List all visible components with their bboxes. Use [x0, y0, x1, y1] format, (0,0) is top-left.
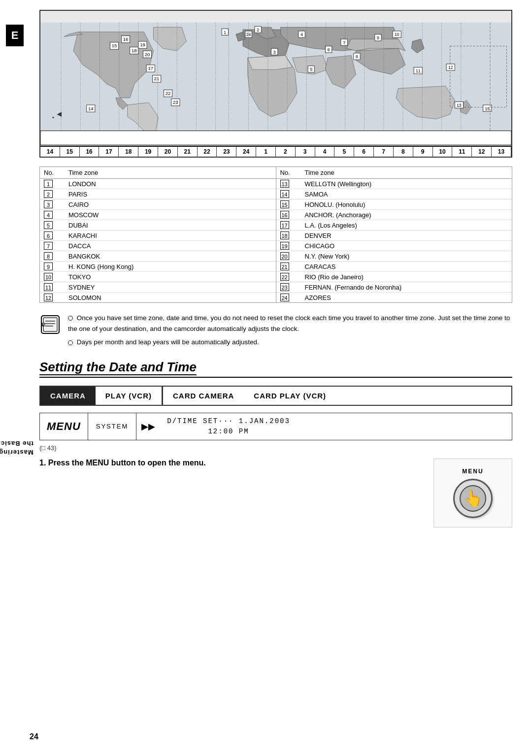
tz-col-no-right: No. — [280, 169, 305, 176]
tz-name: DENVER — [305, 232, 508, 239]
note-bullet-2 — [68, 340, 73, 345]
tz-num-box: 10 — [44, 273, 53, 281]
mode-btn-card-camera[interactable]: CARD CAMERA — [163, 387, 244, 405]
tz-num: 12 — [44, 294, 68, 301]
tz-num-box: 9 — [44, 263, 53, 270]
svg-text:4: 4 — [300, 32, 303, 37]
svg-text:15: 15 — [112, 43, 117, 48]
tz-name: AZORES — [305, 294, 508, 301]
svg-text:6: 6 — [328, 47, 330, 52]
tz-row: 6KARACHI — [40, 230, 276, 241]
tz-num: 8 — [44, 252, 68, 260]
tz-row: 18DENVER — [276, 230, 512, 241]
mode-btn-play-(vcr)[interactable]: PLAY (VCR) — [96, 387, 162, 405]
tz-name: H. KONG (Hong Kong) — [68, 263, 272, 270]
tz-name: BANGKOK — [68, 253, 272, 260]
left-sidebar: E Masteringthe Basics — [0, 0, 30, 756]
tz-row: 23FERNAN. (Fernando de Noronha) — [276, 282, 512, 293]
timeline-cell-13: 13 — [492, 147, 511, 157]
tz-num-box: 22 — [280, 273, 289, 281]
tz-num: 17 — [280, 221, 305, 229]
timezone-table: No. Time zone 1LONDON2PARIS3CAIRO4MOSCOW… — [39, 166, 512, 303]
tz-num-box: 23 — [280, 283, 289, 291]
tz-name: KARACHI — [68, 232, 272, 239]
timeline-cell-8: 8 — [394, 147, 413, 157]
tz-num-box: 15 — [280, 200, 289, 208]
svg-text:11: 11 — [416, 68, 421, 73]
tz-row: 3CAIRO — [40, 199, 276, 210]
timeline-cell-14: 14 — [40, 147, 60, 157]
tz-num: 15 — [280, 200, 305, 208]
sidebar-rotated-container: Masteringthe Basics — [0, 340, 30, 466]
tz-row: 19CHICAGO — [276, 241, 512, 251]
section-heading: Setting the Date and Time — [39, 360, 512, 378]
tz-num: 4 — [44, 211, 68, 219]
tz-num: 11 — [44, 283, 68, 291]
tz-name: DACCA — [68, 242, 272, 250]
page-number: 24 — [30, 732, 38, 741]
tz-name: WELLGTN (Wellington) — [305, 180, 508, 188]
tz-num-box: 19 — [280, 242, 289, 250]
tz-name: HONOLU. (Honolulu) — [305, 201, 508, 208]
svg-text:18: 18 — [132, 48, 137, 53]
tz-num-box: 2 — [44, 190, 53, 198]
tz-num: 22 — [280, 273, 305, 281]
tz-col-no-left: No. — [44, 169, 68, 176]
mode-btn-camera[interactable]: CAMERA — [40, 387, 96, 405]
tz-num-box: 1 — [44, 180, 53, 188]
tz-num: 24 — [280, 294, 305, 301]
tz-row: 10TOKYO — [40, 272, 276, 282]
tz-name: TOKYO — [68, 273, 272, 281]
tz-num: 13 — [280, 180, 305, 188]
tz-num-box: 7 — [44, 242, 53, 250]
tz-row: 11SYDNEY — [40, 282, 276, 293]
tz-header-left: No. Time zone — [40, 167, 276, 179]
timeline-cell-10: 10 — [433, 147, 453, 157]
menu-display: MENU SYSTEM ▶▶ D/TIME SET··· 1.JAN.2003 … — [39, 413, 512, 440]
note-line-2: Days per month and leap years will be au… — [68, 337, 512, 348]
tz-name: PARIS — [68, 191, 272, 198]
tz-row: 8BANGKOK — [40, 251, 276, 262]
note-text-2: Days per month and leap years will be au… — [77, 338, 259, 346]
tz-col-zone-left: Time zone — [68, 169, 272, 176]
timeline-cell-20: 20 — [158, 147, 178, 157]
main-content: 15 16 18 19 20 17 21 22 23 14 — [30, 0, 532, 756]
svg-text:14: 14 — [88, 106, 94, 111]
tz-num: 18 — [280, 231, 305, 239]
timeline-cell-9: 9 — [413, 147, 433, 157]
tz-num: 2 — [44, 190, 68, 198]
sidebar-vertical-text: Masteringthe Basics — [0, 438, 33, 456]
tz-name: FERNAN. (Fernando de Noronha) — [305, 284, 508, 291]
tz-col-zone-right: Time zone — [305, 169, 508, 176]
svg-text:9: 9 — [377, 35, 379, 40]
svg-text:19: 19 — [140, 42, 145, 47]
tz-row: 24AZORES — [276, 293, 512, 302]
tz-num-box: 6 — [44, 231, 53, 239]
tz-name: DUBAI — [68, 222, 272, 229]
menu-system: SYSTEM — [88, 413, 136, 440]
tz-row: 14SAMOA — [276, 189, 512, 199]
timeline-cell-5: 5 — [334, 147, 354, 157]
svg-text:8: 8 — [356, 54, 358, 59]
tz-name: CHICAGO — [305, 242, 508, 250]
tz-row: 17L.A. (Los Angeles) — [276, 220, 512, 230]
tz-num-box: 12 — [44, 294, 53, 301]
tz-name: L.A. (Los Angeles) — [305, 222, 508, 229]
finger-icon: 👆 — [463, 489, 483, 508]
timeline-cell-4: 4 — [315, 147, 335, 157]
tz-num-box: 20 — [280, 252, 289, 260]
menu-arrow: ▶▶ — [136, 413, 160, 440]
tz-num: 5 — [44, 221, 68, 229]
tz-row: 20N.Y. (New York) — [276, 251, 512, 262]
svg-text:15: 15 — [485, 106, 490, 111]
svg-text:16: 16 — [123, 36, 129, 42]
mode-btn-card-play-(vcr)[interactable]: CARD PLAY (VCR) — [244, 387, 336, 405]
tz-row: 1LONDON — [40, 179, 276, 189]
step1-container: MENU 👆 1. Press the MENU button to open … — [39, 459, 512, 527]
tz-num: 1 — [44, 180, 68, 188]
tz-name: LONDON — [68, 180, 272, 188]
timeline-cell-6: 6 — [354, 147, 374, 157]
tz-left-rows: 1LONDON2PARIS3CAIRO4MOSCOW5DUBAI6KARACHI… — [40, 179, 276, 302]
svg-text:1: 1 — [224, 30, 226, 35]
timeline-cell-22: 22 — [198, 147, 217, 157]
